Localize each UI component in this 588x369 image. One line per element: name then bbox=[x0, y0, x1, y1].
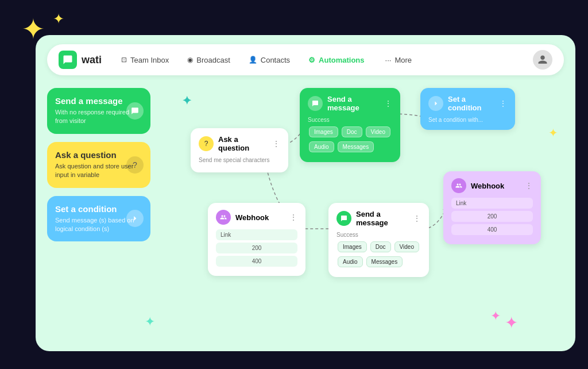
sparkle-decoration-2: ✦ bbox=[53, 12, 64, 26]
nav-item-automations[interactable]: ⚙ Automations bbox=[300, 52, 372, 68]
node-webhook-right[interactable]: Webhook ⋮ Link 200 400 bbox=[443, 171, 541, 244]
webhook-mid-header: Webhook ⋮ bbox=[216, 210, 297, 225]
send-message-mid-label: Success bbox=[336, 232, 421, 238]
send-message-top-icon bbox=[308, 96, 323, 111]
tag-audio-top[interactable]: Audio bbox=[309, 141, 334, 152]
set-condition-menu[interactable]: ⋮ bbox=[499, 99, 507, 108]
node-send-message-top[interactable]: Send a message ⋮ Success Images Doc Vide… bbox=[300, 88, 400, 162]
set-condition-node-title: Set a condition bbox=[448, 95, 494, 112]
ask-question-card[interactable]: Ask a question Ask question and store us… bbox=[47, 142, 150, 188]
ask-question-node-menu[interactable]: ⋮ bbox=[272, 139, 280, 148]
webhook-mid-200: 200 bbox=[216, 243, 297, 253]
nav-label-contacts: Contacts bbox=[261, 56, 290, 64]
set-condition-card[interactable]: Set a condition Send message (s) based o… bbox=[47, 196, 150, 242]
webhook-mid-title: Webhook bbox=[235, 213, 285, 222]
tag-images-top[interactable]: Images bbox=[309, 126, 338, 137]
main-card: wati ⊡ Team Inbox ◉ Broadcast 👤 Contacts… bbox=[36, 35, 575, 351]
send-message-top-label: Success bbox=[308, 117, 392, 123]
tag-images-mid[interactable]: Images bbox=[338, 241, 367, 252]
outer-container: ✦ ✦ ✦ ✦ ✦ ✦ wati ⊡ Team Inbox ◉ bbox=[13, 12, 575, 357]
webhook-right-title: Webhook bbox=[471, 182, 520, 190]
send-message-top-tags: Images Doc Video bbox=[308, 125, 392, 139]
logo-text: wati bbox=[82, 54, 102, 66]
webhook-mid-link: Link bbox=[216, 229, 297, 240]
set-condition-node-desc: Set a condition with... bbox=[428, 117, 507, 123]
ask-question-node-title: Ask a question bbox=[218, 135, 268, 152]
nav-item-more[interactable]: ··· More bbox=[377, 52, 420, 68]
send-message-mid-menu[interactable]: ⋮ bbox=[413, 214, 421, 223]
webhook-mid-icon bbox=[216, 210, 231, 225]
send-message-mid-title: Send a message bbox=[356, 210, 408, 227]
send-message-icon bbox=[126, 102, 144, 120]
nav-items: ⊡ Team Inbox ◉ Broadcast 👤 Contacts ⚙ Au… bbox=[113, 52, 533, 68]
tag-doc-top[interactable]: Doc bbox=[342, 126, 362, 137]
webhook-right-400: 400 bbox=[451, 224, 533, 235]
more-icon: ··· bbox=[385, 56, 392, 64]
tag-video-mid[interactable]: Video bbox=[394, 241, 419, 252]
send-message-top-header: Send a message ⋮ bbox=[308, 95, 392, 112]
ask-question-node-desc: Send me special characters bbox=[199, 157, 280, 163]
node-set-condition[interactable]: Set a condition ⋮ Set a condition with..… bbox=[420, 88, 515, 130]
nav-label-automations: Automations bbox=[319, 56, 364, 64]
logo: wati bbox=[59, 51, 102, 69]
send-message-mid-tags-2: Audio Messages bbox=[336, 255, 421, 268]
sparkle-decoration-1: ✦ bbox=[21, 15, 45, 44]
nav-label-more: More bbox=[394, 56, 412, 64]
ask-question-icon: ? bbox=[126, 156, 144, 174]
broadcast-icon: ◉ bbox=[187, 56, 193, 64]
nav-label-team-inbox: Team Inbox bbox=[130, 56, 169, 64]
send-message-top-menu[interactable]: ⋮ bbox=[384, 99, 392, 108]
webhook-right-icon bbox=[451, 178, 466, 193]
webhook-right-menu[interactable]: ⋮ bbox=[525, 181, 533, 190]
send-message-mid-header: Send a message ⋮ bbox=[336, 210, 421, 227]
set-condition-node-icon bbox=[428, 96, 443, 111]
sparkle-decoration-6: ✦ bbox=[145, 316, 155, 328]
webhook-mid-400: 400 bbox=[216, 256, 297, 267]
tag-messages-top[interactable]: Messages bbox=[338, 141, 374, 152]
user-avatar[interactable] bbox=[533, 50, 552, 70]
send-message-mid-tags: Images Doc Video bbox=[336, 240, 421, 253]
node-webhook-mid[interactable]: Webhook ⋮ Link 200 400 bbox=[208, 203, 305, 276]
content-area: ✦ Send a message With no response requir… bbox=[47, 82, 564, 351]
webhook-right-200: 200 bbox=[451, 211, 533, 222]
set-condition-header: Set a condition ⋮ bbox=[428, 95, 507, 112]
ask-question-node-icon: ? bbox=[199, 136, 214, 151]
webhook-right-header: Webhook ⋮ bbox=[451, 178, 533, 193]
node-ask-question-header: ? Ask a question ⋮ bbox=[199, 135, 280, 152]
flow-canvas: ? Ask a question ⋮ Send me special chara… bbox=[162, 82, 564, 351]
webhook-right-link: Link bbox=[451, 198, 533, 209]
send-message-top-title: Send a message bbox=[327, 95, 380, 112]
tag-audio-mid[interactable]: Audio bbox=[338, 256, 363, 267]
tag-messages-mid[interactable]: Messages bbox=[366, 256, 403, 267]
sidebar-cards: Send a message With no response required… bbox=[47, 88, 150, 241]
nav-item-contacts[interactable]: 👤 Contacts bbox=[241, 52, 298, 68]
logo-icon bbox=[59, 51, 77, 69]
set-condition-icon bbox=[126, 210, 144, 227]
tag-doc-mid[interactable]: Doc bbox=[370, 241, 391, 252]
send-message-card[interactable]: Send a message With no response required… bbox=[47, 88, 150, 134]
tag-video-top[interactable]: Video bbox=[366, 126, 390, 137]
sparkle-decoration-4: ✦ bbox=[505, 315, 518, 331]
webhook-mid-menu[interactable]: ⋮ bbox=[289, 213, 297, 222]
contacts-icon: 👤 bbox=[249, 56, 257, 64]
nav-item-broadcast[interactable]: ◉ Broadcast bbox=[179, 52, 238, 68]
sparkle-decoration-5: ✦ bbox=[548, 127, 558, 139]
sparkle-decoration-3: ✦ bbox=[490, 310, 501, 322]
send-message-mid-icon bbox=[336, 211, 351, 226]
automations-icon: ⚙ bbox=[308, 56, 315, 64]
teal-deco: ✦ bbox=[182, 94, 191, 107]
nav-item-team-inbox[interactable]: ⊡ Team Inbox bbox=[113, 52, 177, 68]
nav-label-broadcast: Broadcast bbox=[196, 56, 230, 64]
inbox-icon: ⊡ bbox=[121, 56, 127, 64]
node-ask-question[interactable]: ? Ask a question ⋮ Send me special chara… bbox=[191, 128, 288, 172]
navbar: wati ⊡ Team Inbox ◉ Broadcast 👤 Contacts… bbox=[47, 44, 564, 75]
node-send-message-mid[interactable]: Send a message ⋮ Success Images Doc Vide… bbox=[328, 203, 429, 277]
send-message-top-tags-2: Audio Messages bbox=[308, 140, 392, 153]
